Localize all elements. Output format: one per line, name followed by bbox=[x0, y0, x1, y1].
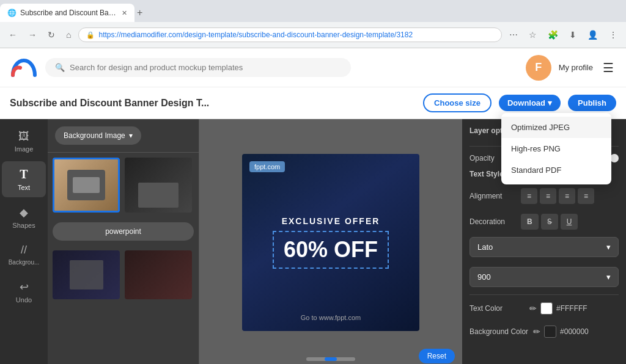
search-bar[interactable]: 🔍 bbox=[45, 58, 351, 77]
dropdown-arrow-icon: ▾ bbox=[129, 131, 133, 140]
tab-favicon: 🌐 bbox=[7, 9, 17, 17]
bg-color-row: Background Color ✏ #000000 bbox=[470, 326, 619, 338]
dropdown-item-png[interactable]: High-res PNG bbox=[501, 138, 611, 159]
canvas-main-text: EXCLUSIVE OFFER bbox=[282, 216, 380, 226]
dropdown-item-pdf[interactable]: Standard PDF bbox=[501, 159, 611, 181]
text-color-edit-icon[interactable]: ✏ bbox=[529, 304, 537, 313]
opacity-label: Opacity bbox=[470, 154, 506, 162]
header-right: F My profile ☰ bbox=[526, 55, 616, 81]
active-tab[interactable]: 🌐 Subscribe and Discount Banne... ✕ bbox=[0, 4, 134, 22]
dropdown-label-png: High-res PNG bbox=[511, 144, 561, 153]
font-weight-select[interactable]: 900 ▾ bbox=[470, 267, 619, 287]
reset-button[interactable]: Reset bbox=[419, 349, 455, 363]
scrollbar-thumb[interactable] bbox=[325, 357, 337, 361]
refresh-button[interactable]: ↻ bbox=[44, 27, 59, 42]
sidebar-label-undo: Undo bbox=[16, 296, 32, 304]
alignment-section: Alignment ≡ ≡ ≡ ≡ bbox=[470, 188, 619, 204]
divider-2 bbox=[470, 294, 619, 295]
align-right-button[interactable]: ≡ bbox=[559, 188, 575, 204]
url-text: https://mediamodifier.com/design-templat… bbox=[98, 31, 494, 39]
sidebar-item-undo[interactable]: ↩ Undo bbox=[2, 274, 46, 310]
search-input[interactable] bbox=[70, 63, 341, 72]
download-button[interactable]: ⬇ bbox=[565, 27, 580, 42]
tab-close-btn[interactable]: ✕ bbox=[122, 9, 127, 17]
canvas-wrapper: fppt.com EXCLUSIVE OFFER 60% OFF Go to w… bbox=[242, 154, 419, 331]
forward-button[interactable]: → bbox=[24, 27, 40, 42]
bg-color-hex: #000000 bbox=[560, 327, 589, 336]
chevron-down-icon: ▾ bbox=[606, 242, 611, 252]
font-family-label: Lato bbox=[477, 242, 493, 252]
search-tag-button[interactable]: powerpoint bbox=[53, 222, 194, 241]
panel-image-selected[interactable] bbox=[53, 158, 120, 213]
extensions-button[interactable]: 🧩 bbox=[544, 27, 562, 42]
browser-toolbar: ← → ↻ ⌂ 🔒 https://mediamodifier.com/desi… bbox=[0, 22, 626, 48]
text-color-hex: #FFFFFF bbox=[556, 304, 587, 313]
publish-button[interactable]: Publish bbox=[568, 95, 616, 111]
decoration-section: Decoration B S̶ U bbox=[470, 214, 619, 230]
align-justify-button[interactable]: ≡ bbox=[578, 188, 594, 204]
canvas-site-label: fppt.com bbox=[249, 161, 285, 172]
alignment-label: Alignment bbox=[470, 192, 518, 200]
image-panel: Background Image ▾ bbox=[48, 119, 199, 364]
bg-image-label: Background Image bbox=[64, 131, 125, 140]
menu-button[interactable]: ⋮ bbox=[605, 27, 621, 42]
download-button[interactable]: Download ▾ bbox=[499, 95, 561, 111]
dropdown-label-pdf: Standard PDF bbox=[511, 166, 561, 175]
search-icon: 🔍 bbox=[55, 63, 65, 72]
sidebar-item-image[interactable]: 🖼 Image bbox=[2, 124, 46, 159]
panel-images bbox=[48, 153, 199, 217]
profile-button[interactable]: 👤 bbox=[584, 27, 602, 42]
canvas-area[interactable]: fppt.com EXCLUSIVE OFFER 60% OFF Go to w… bbox=[199, 119, 462, 364]
panel-image-3[interactable] bbox=[53, 250, 120, 299]
align-center-button[interactable]: ≡ bbox=[540, 188, 556, 204]
page-title: Subscribe and Discount Banner Design T..… bbox=[10, 98, 416, 109]
bg-color-group: ✏ #000000 bbox=[533, 326, 589, 338]
text-color-group: ✏ #FFFFFF bbox=[529, 302, 587, 315]
dropdown-item-jpeg[interactable]: Optimized JPEG bbox=[501, 117, 611, 138]
avatar[interactable]: F bbox=[526, 55, 551, 81]
panel-image-2[interactable] bbox=[125, 158, 192, 213]
bg-color-swatch[interactable] bbox=[544, 326, 556, 338]
browser-chrome: 🌐 Subscribe and Discount Banne... ✕ + ← … bbox=[0, 0, 626, 48]
sidebar-item-text[interactable]: T Text bbox=[2, 161, 46, 197]
home-button[interactable]: ⌂ bbox=[62, 27, 75, 42]
background-image-button[interactable]: Background Image ▾ bbox=[55, 126, 141, 145]
text-color-label: Text Color bbox=[470, 304, 525, 313]
opacity-slider-thumb[interactable] bbox=[610, 154, 619, 162]
bg-color-edit-icon[interactable]: ✏ bbox=[533, 327, 540, 337]
text-icon: T bbox=[20, 167, 28, 181]
sidebar-label-shapes: Shapes bbox=[12, 222, 35, 229]
bookmarks-button[interactable]: ☆ bbox=[525, 27, 540, 42]
sidebar-item-shapes[interactable]: ◆ Shapes bbox=[2, 200, 46, 235]
menu-button[interactable]: ☰ bbox=[600, 58, 616, 78]
my-profile-label[interactable]: My profile bbox=[559, 63, 593, 72]
chevron-down-icon: ▾ bbox=[606, 272, 611, 282]
new-tab-button[interactable]: + bbox=[137, 7, 142, 18]
font-family-select[interactable]: Lato ▾ bbox=[470, 237, 619, 257]
background-icon: // bbox=[21, 244, 27, 257]
more-options-button[interactable]: ⋯ bbox=[506, 27, 521, 42]
download-dropdown: Optimized JPEG High-res PNG Standard PDF bbox=[501, 113, 611, 184]
shapes-icon: ◆ bbox=[20, 206, 28, 219]
text-color-swatch[interactable] bbox=[540, 302, 553, 315]
dropdown-arrow-icon: ▾ bbox=[548, 98, 552, 107]
back-button[interactable]: ← bbox=[5, 27, 21, 42]
address-bar[interactable]: 🔒 https://mediamodifier.com/design-templ… bbox=[78, 27, 502, 42]
canvas-big-text[interactable]: 60% OFF bbox=[273, 231, 389, 269]
canvas-sub-text: Go to www.fppt.com bbox=[301, 314, 361, 321]
strikethrough-button[interactable]: S̶ bbox=[541, 214, 558, 230]
choose-size-button[interactable]: Choose size bbox=[423, 93, 492, 112]
undo-icon: ↩ bbox=[20, 280, 29, 294]
scrollbar-track bbox=[306, 357, 355, 361]
sidebar-label-text: Text bbox=[18, 184, 30, 191]
align-left-button[interactable]: ≡ bbox=[521, 188, 537, 204]
bold-button[interactable]: B bbox=[521, 214, 539, 230]
app-layout: 🔍 F My profile ☰ Subscribe and Discount … bbox=[0, 48, 626, 364]
sidebar-label-background: Backgrou... bbox=[9, 259, 40, 266]
logo[interactable] bbox=[10, 57, 38, 79]
sidebar-item-background[interactable]: // Backgrou... bbox=[2, 238, 46, 272]
download-label: Download bbox=[507, 98, 545, 107]
decoration-label: Decoration bbox=[470, 217, 518, 226]
underline-button[interactable]: U bbox=[561, 214, 578, 230]
panel-image-4[interactable] bbox=[125, 250, 192, 299]
